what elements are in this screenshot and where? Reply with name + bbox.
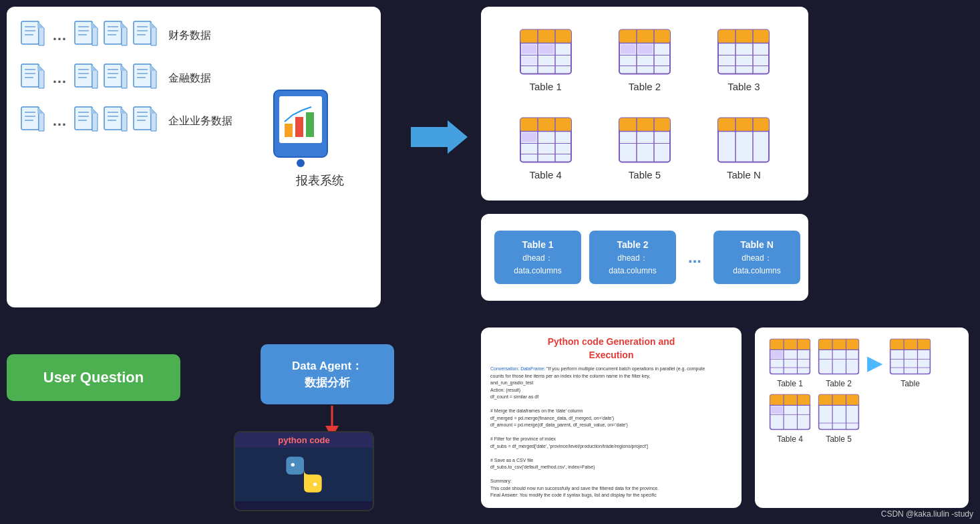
ellipsis-1: … <box>52 27 67 44</box>
svg-point-126 <box>291 463 295 467</box>
svg-rect-138 <box>819 340 859 350</box>
finance-label: 金融数据 <box>168 72 211 86</box>
table-4-label: Table 4 <box>529 169 561 180</box>
doc-icon-4 <box>132 20 158 51</box>
svg-rect-74 <box>285 124 293 137</box>
result-panel: Table 1 Table 2 ▶ <box>755 328 969 508</box>
result-table-4: Table 4 <box>768 394 812 444</box>
svg-marker-11 <box>91 21 98 28</box>
svg-rect-75 <box>295 117 303 137</box>
svg-rect-156 <box>771 406 782 414</box>
svg-rect-80 <box>520 29 571 43</box>
table-icon-3 <box>717 27 770 77</box>
svg-rect-136 <box>771 351 782 358</box>
financial-data-group: … 财务数据 <box>20 20 367 51</box>
doc-icon-1 <box>20 20 45 51</box>
data-agent-line2: 数据分析 <box>305 374 350 392</box>
table-item-3: Table 3 <box>717 27 770 92</box>
svg-rect-24 <box>21 64 39 87</box>
result-final-label: Table <box>901 379 920 388</box>
table-3-label: Table 3 <box>727 81 760 92</box>
python-code-header: python code <box>235 432 373 448</box>
result-table-1-label: Table 1 <box>777 379 803 388</box>
svg-rect-144 <box>890 340 931 350</box>
svg-rect-76 <box>306 112 314 137</box>
svg-rect-6 <box>75 21 92 44</box>
data-agent-line1: Data Agent： <box>292 358 363 375</box>
svg-rect-30 <box>75 64 92 87</box>
svg-marker-5 <box>37 21 44 28</box>
table-icon-5 <box>618 115 671 165</box>
table-item-4: Table 4 <box>519 115 573 180</box>
svg-rect-97 <box>638 44 653 53</box>
table-5-label: Table 5 <box>629 169 661 180</box>
svg-rect-114 <box>619 118 670 132</box>
doc-row-1: … <box>20 20 158 51</box>
svg-marker-35 <box>91 64 98 71</box>
svg-marker-29 <box>37 64 44 71</box>
py-gen-panel: Python code Generation andExecution Conv… <box>481 328 742 508</box>
data-agent-box: Data Agent： 数据分析 <box>261 344 394 404</box>
svg-rect-151 <box>770 395 810 406</box>
svg-rect-96 <box>621 44 635 53</box>
svg-marker-53 <box>37 107 44 114</box>
result-table-2-label: Table 2 <box>826 379 852 388</box>
svg-rect-60 <box>104 107 122 130</box>
doc-icon-9 <box>20 106 45 136</box>
doc-icon-2 <box>73 20 99 51</box>
table-1-label: Table 1 <box>529 81 561 92</box>
svg-point-127 <box>313 483 317 486</box>
mid-right-panel: Table 1 dhead： data.columns Table 2 dhea… <box>481 214 808 301</box>
table-item-5: Table 5 <box>618 115 671 180</box>
result-table-5-label: Table 5 <box>826 434 852 444</box>
svg-marker-78 <box>411 120 468 154</box>
table-item-2: Table 2 <box>618 27 671 92</box>
table-2-label: Table 2 <box>629 81 661 92</box>
py-gen-content: Conversation: DataFrame: "If you perform… <box>490 366 732 499</box>
result-arrow: ▶ <box>867 352 882 374</box>
result-table-icon-4 <box>768 394 812 430</box>
left-panel: … 财务数据 … 金融数据 … 企业业务数据 <box>7 7 381 307</box>
doc-icon-7 <box>103 63 128 94</box>
svg-rect-12 <box>104 21 122 44</box>
watermark: CSDN @kaka.liulin -study <box>881 509 973 519</box>
top-right-panel: Table 1 Table 2 Table 3 <box>481 7 808 201</box>
svg-marker-71 <box>150 107 156 114</box>
result-table-1: Table 1 <box>768 338 812 388</box>
table-icon-2 <box>618 27 671 77</box>
table-info-1: Table 1 dhead： data.columns <box>494 231 581 285</box>
doc-icon-11 <box>103 106 128 136</box>
svg-rect-36 <box>104 64 122 87</box>
svg-marker-17 <box>120 21 127 28</box>
business-label: 企业业务数据 <box>168 114 232 128</box>
svg-marker-65 <box>120 107 127 114</box>
doc-icon-12 <box>132 106 158 136</box>
doc-icon-3 <box>103 20 128 51</box>
result-table-icon-2 <box>817 338 860 375</box>
result-table-2: Table 2 <box>817 338 860 388</box>
main-arrow-right <box>411 117 471 166</box>
result-table-5: Table 5 <box>817 394 860 444</box>
ellipsis-3: … <box>52 112 67 130</box>
svg-rect-87 <box>539 44 554 53</box>
doc-row-3: … <box>20 106 158 136</box>
table-n-label: Table N <box>727 169 761 180</box>
table-icon-n <box>717 115 770 165</box>
table-icon-1 <box>519 27 573 77</box>
table-item-1: Table 1 <box>519 27 573 92</box>
result-table-4-label: Table 4 <box>777 434 803 444</box>
doc-icon-5 <box>20 63 45 94</box>
svg-rect-66 <box>134 107 151 130</box>
svg-rect-0 <box>21 21 39 44</box>
table-icon-4 <box>519 115 573 165</box>
svg-marker-23 <box>150 21 156 28</box>
svg-rect-42 <box>134 64 151 87</box>
tablet-icon <box>267 87 341 167</box>
doc-icon-10 <box>73 106 99 136</box>
result-table-icon-5 <box>817 394 860 430</box>
financial-label: 财务数据 <box>168 29 211 43</box>
svg-rect-86 <box>522 44 536 53</box>
svg-marker-59 <box>91 107 98 114</box>
ellipsis-2: … <box>52 70 67 87</box>
svg-rect-130 <box>770 340 810 350</box>
